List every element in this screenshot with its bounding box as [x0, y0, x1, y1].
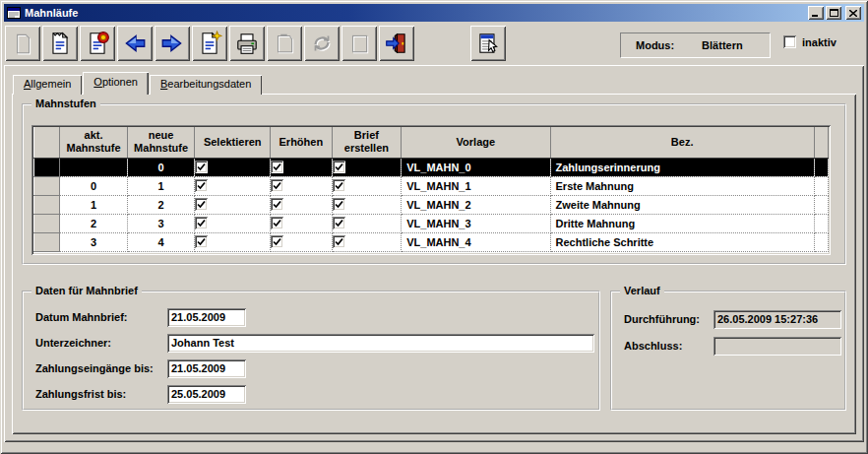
row-checkbox[interactable]	[333, 161, 345, 173]
print-icon	[234, 31, 260, 56]
square-disabled-icon	[346, 31, 372, 56]
row-checkbox[interactable]	[271, 179, 283, 192]
field-input[interactable]: Johann Test	[167, 334, 594, 353]
toolbar-button-print[interactable]	[229, 26, 265, 61]
row-checkbox[interactable]	[195, 179, 208, 192]
field-label: Datum Mahnbrief:	[35, 311, 128, 323]
tab-bearbeitungsdaten[interactable]: Bearbeitungsdaten	[150, 75, 262, 95]
header-col-4: Brieferstellen	[332, 127, 402, 158]
inaktiv-checkbox-group: inaktiv	[783, 35, 837, 48]
toolbar-button-clipboard	[267, 26, 302, 61]
load-document-icon	[47, 31, 73, 56]
arrow-left-icon	[122, 31, 148, 56]
group-mahnstufen-title: Mahnstufen	[31, 97, 100, 109]
field-input[interactable]: 21.05.2009	[167, 359, 246, 378]
header-spill	[814, 127, 828, 158]
row-selector[interactable]	[34, 158, 60, 176]
exit-icon	[384, 31, 409, 56]
arrow-right-icon	[159, 31, 185, 56]
close-button[interactable]	[845, 6, 861, 20]
new-document-icon	[197, 31, 222, 56]
cell-bez: Zahlungserinnerung	[550, 158, 814, 176]
tab-optionen[interactable]: Optionen	[83, 72, 149, 95]
cell-vorlage: VL_MAHN_1	[402, 176, 550, 195]
modus-panel: Modus: Blättern	[620, 32, 771, 58]
clipboard-disabled-icon	[272, 31, 297, 56]
toolbar-button-load-document[interactable]	[42, 26, 78, 61]
header-col-1: neueMahnstufe	[127, 127, 195, 158]
toolbar-button-arrow-right[interactable]	[155, 26, 190, 61]
cell-vorlage: VL_MAHN_3	[402, 214, 550, 232]
toolbar-button-new-document[interactable]	[192, 26, 227, 61]
group-verlauf: Verlauf Durchführung:26.05.2009 15:27:36…	[610, 291, 846, 411]
window-controls	[806, 6, 861, 20]
group-mahnbrief-title: Daten für Mahnbrief	[31, 285, 142, 296]
tab-page-optionen: Mahnstufen akt.MahnstufeneueMahnstufeSel…	[12, 94, 856, 434]
titlebar[interactable]: Mahnläufe	[4, 4, 864, 22]
toolbar-button-arrow-left[interactable]	[117, 26, 153, 61]
row-selector[interactable]	[34, 232, 60, 251]
row-checkbox[interactable]	[333, 217, 345, 229]
cell-bez: Rechtliche Schritte	[550, 232, 814, 251]
inaktiv-checkbox[interactable]	[783, 35, 796, 48]
client-area: AllgemeinOptionenBearbeitungsdaten Mahns…	[4, 65, 864, 442]
toolbar-button-blank	[5, 26, 40, 61]
toolbar-button-refresh	[304, 26, 340, 61]
toolbar-button-square	[341, 26, 377, 61]
header-col-2: Selektieren	[195, 127, 271, 158]
toolbar-button-document-seal[interactable]	[80, 26, 115, 61]
row-selector[interactable]	[34, 176, 60, 195]
modus-label: Modus:	[636, 39, 674, 51]
group-verlauf-title: Verlauf	[620, 285, 664, 296]
tab-strip: AllgemeinOptionenBearbeitungsdaten	[13, 72, 263, 95]
cell-vorlage: VL_MAHN_2	[402, 195, 550, 214]
row-selector[interactable]	[34, 195, 60, 214]
row-checkbox[interactable]	[271, 235, 283, 248]
mahnstufen-table: akt.MahnstufeneueMahnstufeSelektierenErh…	[33, 127, 829, 252]
blank-disabled-icon	[10, 31, 35, 56]
table-row[interactable]: 34VL_MAHN_4Rechtliche Schritte	[34, 232, 829, 251]
row-checkbox[interactable]	[195, 198, 208, 211]
row-checkbox[interactable]	[195, 161, 208, 173]
row-checkbox[interactable]	[271, 198, 283, 211]
tab-allgemein[interactable]: Allgemein	[13, 75, 82, 95]
row-checkbox[interactable]	[333, 179, 345, 192]
close-icon	[849, 7, 857, 19]
row-selector[interactable]	[34, 214, 60, 232]
header-col-6: Bez.	[550, 127, 814, 158]
minimize-button[interactable]	[808, 6, 824, 20]
maximize-icon	[830, 7, 838, 19]
mahnstufen-table-wrap: akt.MahnstufeneueMahnstufeSelektierenErh…	[31, 125, 831, 255]
row-checkbox[interactable]	[333, 235, 345, 248]
field-input[interactable]: 21.05.2009	[167, 308, 246, 327]
select-list-icon	[475, 31, 501, 56]
field-label: Abschluss:	[624, 340, 682, 352]
table-row[interactable]: 12VL_MAHN_2Zweite Mahnung	[34, 195, 829, 214]
table-row[interactable]: 23VL_MAHN_3Dritte Mahnung	[34, 214, 829, 232]
field-input: 26.05.2009 15:27:36	[713, 310, 841, 329]
header-selector	[34, 127, 60, 158]
field-input[interactable]: 25.05.2009	[167, 385, 246, 404]
refresh-disabled-icon	[309, 31, 335, 56]
row-checkbox[interactable]	[333, 198, 345, 211]
row-checkbox[interactable]	[271, 161, 283, 173]
field-input	[713, 337, 841, 356]
field-label: Durchführung:	[624, 313, 700, 325]
app-window: Mahnläufe Modus: Blättern inaktiv Allgem…	[0, 0, 868, 454]
row-checkbox[interactable]	[195, 217, 208, 229]
cell-vorlage: VL_MAHN_4	[402, 232, 550, 251]
toolbar: Modus: Blättern inaktiv	[4, 24, 864, 65]
cell-bez: Zweite Mahnung	[550, 195, 814, 214]
header-col-0: akt.Mahnstufe	[60, 127, 128, 158]
inaktiv-label[interactable]: inaktiv	[802, 36, 837, 48]
window-form-icon	[7, 6, 21, 20]
row-checkbox[interactable]	[271, 217, 283, 229]
table-row[interactable]: 0VL_MAHN_0Zahlungserinnerung	[34, 158, 829, 176]
minimize-icon	[812, 7, 820, 19]
row-checkbox[interactable]	[195, 235, 208, 248]
table-row[interactable]: 01VL_MAHN_1Erste Mahnung	[34, 176, 829, 195]
toolbar-button-select-list[interactable]	[470, 26, 506, 61]
field-label: Zahlungseingänge bis:	[35, 362, 154, 374]
maximize-button[interactable]	[826, 6, 841, 20]
toolbar-button-exit[interactable]	[379, 26, 414, 61]
